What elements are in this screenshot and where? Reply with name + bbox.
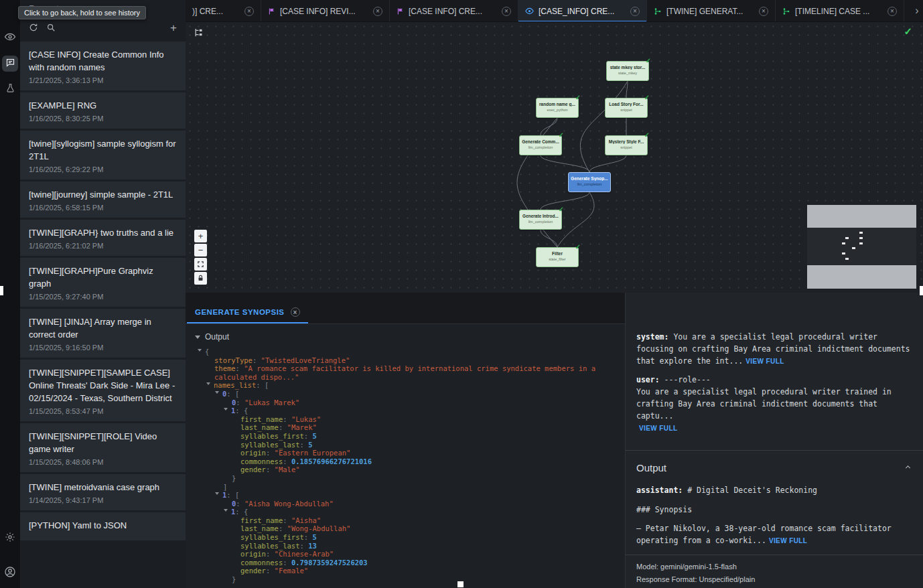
- zoom-in-button[interactable]: +: [194, 230, 207, 242]
- json-punct: :: [236, 500, 244, 508]
- minimap-node-mark: [845, 237, 849, 239]
- prompt-title: [PYTHON] Yaml to JSON: [29, 519, 177, 532]
- splitter-handle[interactable]: [457, 581, 464, 587]
- json-punct: :: [253, 356, 261, 364]
- editor-tab[interactable]: [CASE_INFO] CRE...×: [518, 0, 647, 21]
- prompt-list-item[interactable]: [CASE INFO] Create Common Info with rand…: [20, 42, 186, 90]
- json-string: "Lukas": [291, 415, 321, 423]
- minimap-viewport[interactable]: [807, 228, 916, 265]
- tab-close-icon[interactable]: ×: [244, 7, 254, 16]
- editor-tab[interactable]: [TWINE] GENERAT...×: [647, 0, 776, 21]
- tab-label: [TWINE] GENERAT...: [666, 7, 754, 16]
- tab-close-icon[interactable]: ×: [759, 7, 768, 16]
- minimap-node-mark: [852, 247, 855, 249]
- collapse-caret-icon[interactable]: [206, 382, 210, 387]
- output-tab-bar: GENERATE SYNOPSIS ×: [186, 293, 625, 324]
- view-full-link[interactable]: VIEW FULL: [639, 425, 677, 432]
- prompt-date: 1/16/2025, 6:58:15 PM: [29, 204, 177, 212]
- prompt-list-item[interactable]: [twine][journey] simple sample - 2T1L1/1…: [20, 181, 186, 218]
- lock-button[interactable]: [194, 272, 207, 285]
- prompt-list-item[interactable]: [EXAMPLE] RNG1/16/2025, 8:30:25 PM: [20, 92, 186, 129]
- layout-graph-icon[interactable]: [194, 27, 204, 40]
- fit-view-button[interactable]: [194, 258, 207, 271]
- graph-node[interactable]: Mystery Style F...snippet✓: [605, 135, 648, 155]
- collapse-caret-icon[interactable]: [215, 391, 219, 396]
- eye-icon: [525, 7, 534, 15]
- graph-node[interactable]: Generate Synop...llm_completion: [568, 172, 611, 192]
- caret-down-icon: [195, 336, 200, 342]
- tabs-overflow-button[interactable]: ›: [911, 0, 923, 21]
- collapse-caret-icon[interactable]: [224, 408, 228, 413]
- prompt-list-item[interactable]: [TWINE][GRAPH} two truths and a lie1/16/…: [20, 220, 186, 256]
- json-line: 0: [: [195, 390, 616, 398]
- graph-node[interactable]: Filterstate_filter✓: [536, 247, 579, 267]
- account-button[interactable]: [2, 565, 18, 581]
- graph-canvas[interactable]: state mkey stor...state_mkey✓random name…: [186, 22, 923, 293]
- json-punct: :: [226, 491, 235, 499]
- node-subtitle: snippet: [606, 145, 647, 149]
- splitter-handle[interactable]: [920, 286, 923, 295]
- json-output-area: Output {storyType: "TwistedLoveTriangle"…: [186, 324, 625, 588]
- json-line: first_name: "Aisha": [195, 516, 616, 525]
- prompt-date: 1/16/2025, 8:30:25 PM: [29, 115, 177, 123]
- workflow-icon: [654, 7, 662, 15]
- prompt-list-item[interactable]: [TWINE][GRAPH]Pure Graphviz graph1/15/20…: [20, 258, 186, 307]
- prompt-list-item[interactable]: [TWINE][SNIPPET][SAMPLE CASE] Online Thr…: [20, 360, 186, 421]
- tab-close-icon[interactable]: ×: [373, 7, 382, 16]
- tab-close-icon[interactable]: ×: [291, 307, 300, 317]
- json-line: syllables_last: 13: [195, 542, 616, 550]
- splitter-handle[interactable]: [0, 286, 3, 295]
- prompt-list-item[interactable]: [PYTHON] Yaml to JSON: [20, 512, 186, 540]
- eye-nav-button[interactable]: [2, 30, 18, 46]
- flask-nav-button[interactable]: [2, 81, 18, 97]
- output-collapse-header[interactable]: Output: [195, 332, 616, 342]
- tab-close-icon[interactable]: ×: [502, 7, 511, 16]
- graph-node[interactable]: Load Story For...snippet✓: [605, 98, 648, 118]
- graph-node[interactable]: random name g...exec_python✓: [536, 98, 579, 118]
- json-key: first_name: [240, 516, 283, 524]
- flask-icon: [5, 83, 15, 96]
- minimap-node-mark: [842, 252, 845, 254]
- json-string: "Chinese-Arab": [275, 550, 334, 558]
- graph-node[interactable]: Generate Introd...llm_completion✓: [519, 210, 562, 230]
- tab-close-icon[interactable]: ×: [888, 7, 897, 16]
- editor-tab[interactable]: [CASE INFO] REVI...×: [261, 0, 390, 21]
- minimap-node-mark: [859, 232, 863, 234]
- editor-tab[interactable]: [TIMELINE] CASE ...×: [776, 0, 904, 21]
- prompts-nav-button[interactable]: [2, 56, 18, 72]
- graph-node[interactable]: Generate Comm...llm_completion✓: [519, 135, 562, 155]
- prompt-list-item[interactable]: [TWINE][SNIPPET][ROLE] Video game writer…: [20, 423, 186, 472]
- add-prompt-button[interactable]: +: [170, 22, 177, 33]
- json-string: "Male": [275, 465, 300, 473]
- zoom-out-button[interactable]: −: [194, 244, 207, 256]
- output-section-header[interactable]: Output: [636, 460, 912, 475]
- collapse-caret-icon[interactable]: [198, 349, 202, 354]
- editor-tab[interactable]: [CASE INFO] CRE...×: [390, 0, 518, 21]
- tab-close-icon[interactable]: ×: [630, 7, 640, 16]
- json-number: 13: [308, 542, 317, 550]
- minimap[interactable]: [807, 205, 916, 289]
- user-message: user: ---role--- You are a specialist le…: [636, 374, 912, 434]
- json-punct: :: [300, 441, 309, 449]
- prompt-list-item[interactable]: [TWINE] metroidvania case graph1/14/2025…: [20, 474, 186, 510]
- assistant-message: assistant: # Digital Deceit's Reckoning: [636, 485, 912, 497]
- json-line: last_name: "Wong-Abdullah": [195, 524, 616, 533]
- search-button[interactable]: [46, 23, 56, 32]
- output-tab[interactable]: GENERATE SYNOPSIS ×: [187, 301, 308, 323]
- collapse-caret-icon[interactable]: [224, 509, 228, 514]
- json-number: 5: [312, 533, 316, 541]
- settings-button[interactable]: [2, 530, 18, 546]
- minimap-node-mark: [845, 258, 849, 260]
- editor-tab[interactable]: )] CRE...×: [186, 0, 261, 21]
- graph-node[interactable]: state mkey stor...state_mkey✓: [606, 61, 649, 81]
- prompt-title: [TWINE][GRAPH} two truths and a lie: [29, 226, 177, 239]
- view-full-link[interactable]: VIEW FULL: [769, 537, 807, 544]
- collapse-caret-icon[interactable]: [215, 492, 219, 497]
- view-full-link[interactable]: VIEW FULL: [746, 358, 784, 365]
- json-key: last_name: [240, 524, 279, 532]
- prompt-list-item[interactable]: [TWINE] [JINJA] Array merge in correct o…: [20, 309, 186, 358]
- completion-detail-panel: system: You are a specialist legal proce…: [625, 293, 923, 588]
- refresh-button[interactable]: [29, 23, 38, 32]
- prompt-list-item[interactable]: [twine][syllogism] sample syllogism for …: [20, 131, 186, 179]
- json-line: {: [195, 348, 616, 356]
